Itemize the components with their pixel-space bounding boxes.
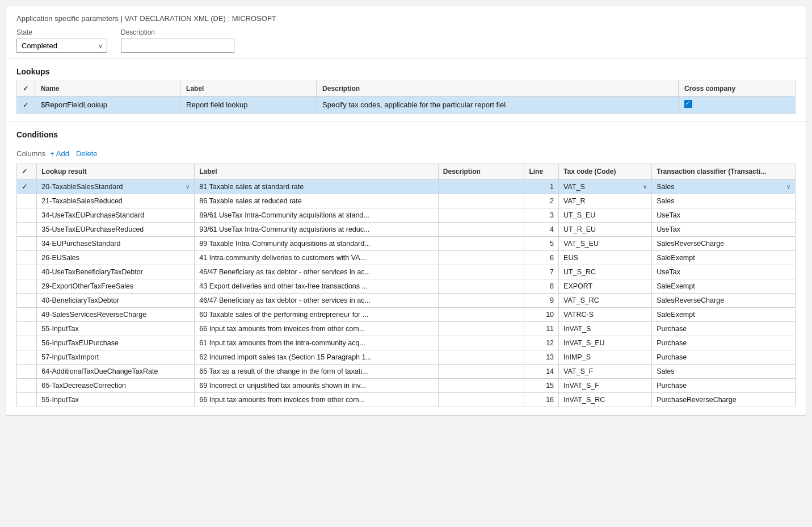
description-group: Description [121, 28, 234, 53]
lookup-check-cell: ✓ [17, 97, 35, 114]
condition-row[interactable]: 40-BeneficiaryTaxDebtor 46/47 Beneficiar… [17, 294, 796, 308]
cond-transact-cell: SalesReverseCharge [652, 294, 796, 308]
cond-desc-cell [438, 308, 524, 322]
cond-label-cell: 46/47 Beneficiary as tax debtor - other … [195, 294, 439, 308]
cond-label-cell: 43 Export deliveries and other tax-free … [195, 279, 439, 294]
cond-transact-cell: SaleExempt [652, 308, 796, 322]
transact-dropdown-cell[interactable]: Sales∨ [657, 183, 790, 191]
cond-label-cell: 89/61 UseTax Intra-Community acquisition… [195, 208, 439, 223]
transact-value: SaleExempt [657, 254, 695, 262]
state-select-wrapper[interactable]: Completed Draft [16, 39, 107, 53]
cond-desc-cell [438, 294, 524, 308]
add-button[interactable]: + Add [48, 148, 71, 159]
page-header: Application specific parameters | VAT DE… [6, 6, 806, 59]
cond-label-cell: 60 Taxable sales of the performing entre… [195, 308, 439, 322]
taxcode-value: EXPORT [563, 282, 592, 290]
cond-line-cell: 14 [524, 365, 559, 379]
page-title: Application specific parameters | VAT DE… [16, 14, 796, 23]
transact-value: UseTax [657, 225, 680, 233]
lookup-value: 57-InputTaxImport [41, 353, 99, 361]
cond-label-cell: 69 Incorrect or unjustified tax amounts … [195, 379, 439, 393]
transact-value: SalesReverseCharge [657, 296, 724, 304]
condition-row[interactable]: 29-ExportOtherTaxFreeSales 43 Export del… [17, 279, 796, 294]
cond-line-cell: 10 [524, 308, 559, 322]
cond-label-cell: 65 Tax as a result of the change in the … [195, 365, 439, 379]
condition-row[interactable]: 55-InputTax 66 Input tax amounts from in… [17, 393, 796, 407]
cond-label-cell: 86 Taxable sales at reduced rate [195, 194, 439, 208]
taxcode-dropdown-cell[interactable]: VAT_S∨ [563, 183, 647, 191]
cond-line-cell: 3 [524, 208, 559, 223]
cond-lookup-cell: 34-UseTaxEUPurchaseStandard [37, 208, 195, 223]
transact-value: Purchase [657, 382, 687, 390]
condition-row[interactable]: 40-UseTaxBeneficiaryTaxDebtor 46/47 Bene… [17, 265, 796, 279]
lookups-header-row: ✓ Name Label Description Cross company [17, 81, 796, 97]
description-input[interactable] [121, 39, 234, 53]
lookups-col-desc: Description [317, 81, 679, 97]
taxcode-value: VAT_S_RC [563, 296, 599, 304]
taxcode-value: InIMP_S [563, 353, 591, 361]
lookup-dropdown-cell[interactable]: 20-TaxableSalesStandard∨ [41, 183, 190, 191]
cond-line-cell: 12 [524, 336, 559, 350]
condition-row[interactable]: 49-SalesServicesReverseCharge 60 Taxable… [17, 308, 796, 322]
cond-lookup-cell: 57-InputTaxImport [37, 350, 195, 365]
cond-lookup-cell: 40-BeneficiaryTaxDebtor [37, 294, 195, 308]
condition-row[interactable]: ✓ 20-TaxableSalesStandard∨ 81 Taxable sa… [17, 179, 796, 194]
transact-value: SaleExempt [657, 311, 695, 319]
condition-row[interactable]: 65-TaxDecreaseCorrection 69 Incorrect or… [17, 379, 796, 393]
state-group: State Completed Draft [16, 28, 107, 53]
form-row: State Completed Draft Description [16, 28, 796, 53]
cond-check-cell [17, 336, 37, 350]
cond-desc-cell [438, 251, 524, 265]
cond-check-cell [17, 251, 37, 265]
cond-desc-cell [438, 208, 524, 223]
condition-row[interactable]: 21-TaxableSalesReduced 86 Taxable sales … [17, 194, 796, 208]
cond-lookup-cell: 49-SalesServicesReverseCharge [37, 308, 195, 322]
lookup-value: 40-BeneficiaryTaxDebtor [41, 296, 119, 304]
cond-desc-cell [438, 279, 524, 294]
taxcode-value: UT_S_RC [563, 268, 596, 276]
condition-row[interactable]: 55-InputTax 66 Input tax amounts from in… [17, 322, 796, 336]
cond-line-cell: 5 [524, 237, 559, 251]
cond-taxcode-cell: VAT_R [559, 194, 652, 208]
cond-transact-cell: Purchase [652, 379, 796, 393]
condition-row[interactable]: 26-EUSales 41 Intra-community deliveries… [17, 251, 796, 265]
cond-taxcode-cell: UT_S_EU [559, 208, 652, 223]
lookup-value: 29-ExportOtherTaxFreeSales [41, 282, 133, 290]
lookups-col-cross: Cross company [679, 81, 796, 97]
taxcode-value: InVAT_S [563, 325, 591, 333]
taxcode-value: UT_S_EU [563, 211, 595, 219]
cond-lookup-cell: 65-TaxDecreaseCorrection [37, 379, 195, 393]
lookup-dropdown-arrow: ∨ [186, 183, 190, 190]
cond-transact-cell: SaleExempt [652, 251, 796, 265]
cond-taxcode-cell: InVAT_S [559, 322, 652, 336]
cond-taxcode-cell: VAT_S_F [559, 365, 652, 379]
cond-desc-cell [438, 393, 524, 407]
cond-desc-cell [438, 322, 524, 336]
condition-row[interactable]: 34-EUPurchaseStandard 89 Taxable Intra-C… [17, 237, 796, 251]
delete-button[interactable]: Delete [74, 148, 100, 159]
lookups-col-check: ✓ [17, 81, 35, 97]
condition-row[interactable]: 34-UseTaxEUPurchaseStandard 89/61 UseTax… [17, 208, 796, 223]
condition-row[interactable]: 35-UseTaxEUPurchaseReduced 93/61 UseTax … [17, 223, 796, 237]
cond-line-cell: 1 [524, 179, 559, 194]
cond-line-cell: 9 [524, 294, 559, 308]
cond-taxcode-cell: VAT_S∨ [559, 179, 652, 194]
lookup-cross-cell [679, 97, 796, 114]
lookups-section: Lookups ✓ Name Label Description Cross c… [6, 59, 806, 122]
cond-line-cell: 8 [524, 279, 559, 294]
lookups-table: ✓ Name Label Description Cross company ✓… [16, 81, 796, 114]
condition-row[interactable]: 64-AdditionalTaxDueChangeTaxRate 65 Tax … [17, 365, 796, 379]
state-select[interactable]: Completed Draft [16, 39, 107, 53]
lookup-name-cell: $ReportFieldLookup [35, 97, 180, 114]
page-container: Application specific parameters | VAT DE… [6, 6, 806, 416]
cond-lookup-cell: 34-EUPurchaseStandard [37, 237, 195, 251]
cond-desc-cell [438, 223, 524, 237]
cond-lookup-cell: 35-UseTaxEUPurchaseReduced [37, 223, 195, 237]
lookup-value: 64-AdditionalTaxDueChangeTaxRate [41, 367, 158, 375]
cross-company-checkbox[interactable] [684, 100, 692, 108]
condition-row[interactable]: 57-InputTaxImport 62 Incurred import sal… [17, 350, 796, 365]
condition-row[interactable]: 56-InputTaxEUPurchase 61 Input tax amoun… [17, 336, 796, 350]
cond-desc-cell [438, 194, 524, 208]
lookups-row[interactable]: ✓ $ReportFieldLookup Report field lookup… [17, 97, 796, 114]
cond-line-cell: 2 [524, 194, 559, 208]
